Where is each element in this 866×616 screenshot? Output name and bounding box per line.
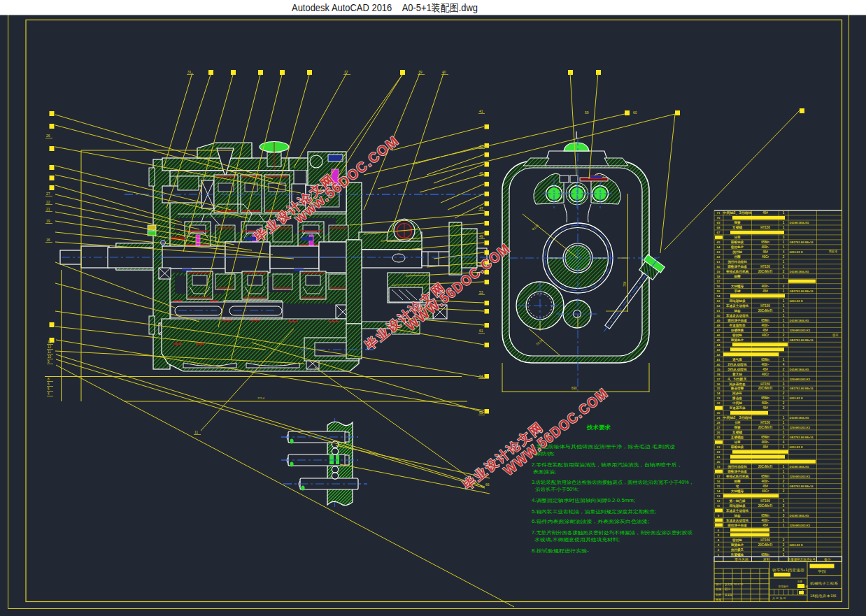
svg-text:20: 20 <box>717 460 721 464</box>
svg-text:11: 11 <box>48 350 51 354</box>
svg-text:38: 38 <box>717 373 721 376</box>
svg-text:45#: 45# <box>762 524 768 527</box>
svg-text:GB5782-86 M8x16: GB5782-86 M8x16 <box>790 387 814 390</box>
svg-text:70: 70 <box>717 216 721 220</box>
svg-text:深沟球轴承: 深沟球轴承 <box>728 503 746 508</box>
svg-text:26: 26 <box>717 431 721 434</box>
svg-text:27: 27 <box>46 192 50 196</box>
svg-text:设计: 设计 <box>716 582 722 586</box>
svg-text:沿齿长不小于50%;: 沿齿长不小于50%; <box>535 487 578 492</box>
svg-text:20CrMnTi: 20CrMnTi <box>758 426 772 429</box>
svg-text:6: 6 <box>48 382 50 386</box>
svg-text:8: 8 <box>48 378 50 381</box>
svg-text:65Mn: 65Mn <box>761 475 769 478</box>
svg-text:40Cr: 40Cr <box>762 373 769 376</box>
svg-text:6203-K5 K: 6203-K5 K <box>790 543 803 547</box>
svg-text:61: 61 <box>717 260 721 264</box>
svg-text:轴套: 轴套 <box>733 514 741 517</box>
svg-text:大轴螺母: 大轴螺母 <box>731 489 744 494</box>
svg-text:4.调整固定轴承时应留轴向间隙0.2-0.5mm;: 4.调整固定轴承时应留轴向间隙0.2-0.5mm; <box>532 498 635 503</box>
svg-text:D618K1866-K5: D618K1866-K5 <box>790 319 810 322</box>
svg-text:57: 57 <box>717 280 721 283</box>
svg-text:754: 754 <box>623 281 627 287</box>
svg-text:GB5782-86 M8x16: GB5782-86 M8x16 <box>790 436 814 439</box>
svg-text:GB5782-86 M8x16: GB5782-86 M8x16 <box>790 241 814 244</box>
svg-text:质量: 质量 <box>797 580 802 583</box>
svg-text:45#: 45# <box>762 250 768 254</box>
svg-text:水玻璃,不得随意使用其他填充材料;: 水玻璃,不得随意使用其他填充材料; <box>534 537 620 543</box>
svg-text:46: 46 <box>717 334 721 337</box>
svg-text:400r-: 400r- <box>762 285 769 288</box>
svg-text:6.箱件内表面涂耐油油漆，外表面涂灰白色油漆;: 6.箱件内表面涂耐油油漆，外表面涂灰白色油漆; <box>532 519 649 524</box>
svg-text:59: 59 <box>717 270 721 273</box>
svg-text:45: 45 <box>717 338 721 342</box>
svg-text:48: 48 <box>717 324 721 327</box>
svg-text:13: 13 <box>717 494 721 498</box>
svg-text:65Mn: 65Mn <box>761 514 769 517</box>
svg-text:7.无垫片剖分面各接触面及密封处均不得漏油，剖分面应涂以密封: 7.无垫片剖分面各接触面及密封处均不得漏油，剖分面应涂以密封胶或 <box>532 530 693 536</box>
svg-text:41: 41 <box>479 109 483 113</box>
svg-text:轿车5+1挡变速器: 轿车5+1挡变速器 <box>772 568 804 573</box>
svg-text:3挡从动齿轮: 3挡从动齿轮 <box>727 368 747 371</box>
svg-text:GB5782-86 M8x16: GB5782-86 M8x16 <box>790 485 814 488</box>
svg-text:制图: 制图 <box>716 593 721 596</box>
svg-text:60: 60 <box>633 110 637 115</box>
svg-text:互锁销套: 互锁销套 <box>730 435 744 440</box>
svg-text:变速器壳体: 变速器壳体 <box>728 406 746 410</box>
svg-text:圆柱滚子轴承: 圆柱滚子轴承 <box>727 523 747 528</box>
svg-text:垫圈: 垫圈 <box>733 479 741 483</box>
svg-text:车速表从动齿轮: 车速表从动齿轮 <box>725 313 749 317</box>
svg-text:弹簧垫片: 弹簧垫片 <box>731 338 744 342</box>
svg-text:32: 32 <box>717 401 721 405</box>
svg-text:47: 47 <box>717 329 721 332</box>
svg-text:400r-: 400r- <box>762 440 769 444</box>
svg-text:68: 68 <box>717 226 721 229</box>
svg-text:互锁销: 互锁销 <box>732 430 742 435</box>
svg-text:65Mn: 65Mn <box>761 358 769 361</box>
svg-text:油塞: 油塞 <box>733 236 741 239</box>
svg-text:HT150: HT150 <box>760 421 770 424</box>
svg-text:64: 64 <box>717 245 721 249</box>
svg-text:D618K1866-K5: D618K1866-K5 <box>790 465 810 468</box>
svg-text:6203-K5 K: 6203-K5 K <box>790 250 803 254</box>
svg-text:D618K1866-K5: D618K1866-K5 <box>790 416 810 420</box>
svg-text:深沟球轴承: 深沟球轴承 <box>728 299 746 303</box>
svg-text:5: 5 <box>48 387 50 391</box>
svg-text:41: 41 <box>717 358 721 361</box>
svg-text:HT150: HT150 <box>760 538 770 542</box>
svg-text:62: 62 <box>717 255 721 259</box>
svg-text:51: 51 <box>717 309 721 313</box>
svg-text:42: 42 <box>717 353 721 357</box>
svg-text:40: 40 <box>442 70 446 74</box>
svg-text:D618K1866-K5: D618K1866-K5 <box>790 514 810 517</box>
svg-text:56: 56 <box>717 285 721 288</box>
svg-text:40Cr: 40Cr <box>762 489 769 493</box>
svg-text:12: 12 <box>48 345 52 349</box>
svg-text:25: 25 <box>717 436 721 439</box>
svg-text:33: 33 <box>717 396 721 400</box>
svg-text:65Mn: 65Mn <box>761 241 769 244</box>
svg-text:接合齿圈: 接合齿圈 <box>730 386 744 391</box>
svg-text:D618K1866-K5: D618K1866-K5 <box>790 270 810 273</box>
svg-text:16: 16 <box>46 238 50 242</box>
svg-text:21: 21 <box>717 455 721 459</box>
svg-text:63: 63 <box>717 250 721 254</box>
svg-text:4: 4 <box>48 392 50 396</box>
svg-text:卡环: 卡环 <box>734 420 741 424</box>
svg-text:零件名称: 零件名称 <box>734 557 749 562</box>
svg-text:32906K6263-K5: 32906K6263-K5 <box>790 378 811 381</box>
svg-text:45#: 45# <box>762 368 768 371</box>
svg-text:HT150: HT150 <box>760 499 770 503</box>
svg-text:20CrMnTi: 20CrMnTi <box>758 465 772 468</box>
svg-text:45#: 45# <box>762 329 768 332</box>
svg-text:44: 44 <box>717 343 721 347</box>
svg-text:油塞: 油塞 <box>733 440 741 444</box>
svg-text:自锁弹簧: 自锁弹簧 <box>731 328 744 332</box>
svg-text:60: 60 <box>717 265 721 268</box>
svg-text:14: 14 <box>717 489 721 493</box>
svg-text:13: 13 <box>48 341 52 344</box>
svg-text:40: 40 <box>717 363 721 366</box>
svg-text:50: 50 <box>717 314 721 317</box>
svg-text:面百: 面百 <box>832 333 839 337</box>
svg-text:400r-: 400r- <box>762 363 769 366</box>
